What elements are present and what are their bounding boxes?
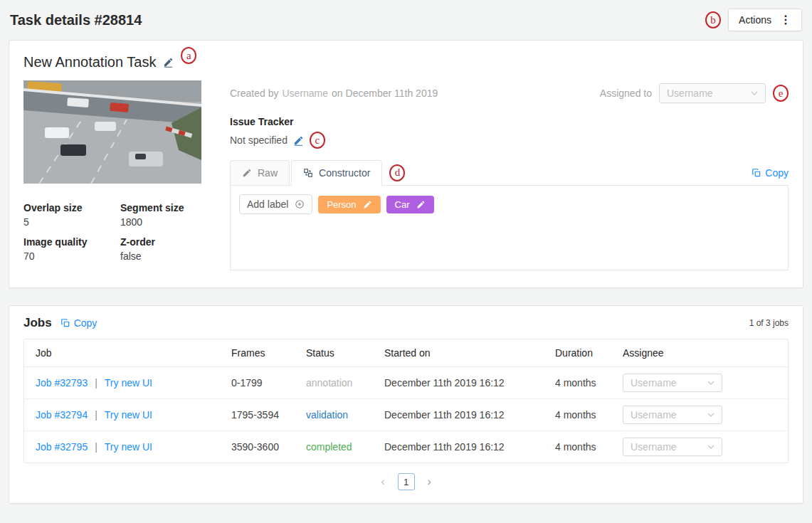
assignee-select[interactable]: Username — [659, 83, 766, 103]
constructor-blocks-icon — [303, 168, 313, 178]
add-label-button[interactable]: Add label — [239, 194, 312, 214]
task-left-column: Overlap size 5 Segment size 1800 Image q… — [23, 80, 201, 270]
jobs-table-header-row: Job Frames Status Started on Duration As… — [24, 339, 788, 367]
created-by-prefix: Created by — [230, 88, 278, 99]
separator: | — [95, 409, 97, 421]
task-body: Overlap size 5 Segment size 1800 Image q… — [23, 80, 789, 270]
assignee-placeholder: Username — [631, 377, 677, 389]
label-tag-car[interactable]: Car — [386, 196, 434, 213]
add-label-text: Add label — [247, 199, 288, 210]
param-value: 5 — [23, 216, 120, 228]
task-right-column: Created by Username on December 11th 201… — [230, 80, 789, 270]
more-vertical-icon: ⋮ — [780, 14, 791, 26]
job-link[interactable]: Job #32794 — [36, 409, 88, 421]
task-meta-row: Created by Username on December 11th 201… — [230, 83, 789, 103]
edit-task-name-icon[interactable] — [163, 57, 174, 68]
chevron-down-icon — [751, 91, 758, 95]
param-label: Z-order — [120, 236, 201, 248]
chevron-down-icon — [707, 413, 715, 417]
task-details-card: New Annotation Task a — [9, 40, 803, 288]
param-label: Overlap size — [23, 202, 120, 213]
pagination-page-1[interactable]: 1 — [398, 473, 415, 490]
assigned-to-area: Assigned to Username e — [600, 83, 789, 103]
pagination-prev[interactable]: ‹ — [376, 475, 389, 488]
task-name: New Annotation Task — [23, 54, 156, 70]
labels-tabs-area: Raw Constructor d Copy Add la — [230, 160, 789, 270]
job-frames: 1795-3594 — [220, 399, 295, 431]
created-by-text: Created by Username on December 11th 201… — [230, 88, 438, 99]
table-row: Job #32793 | Try new UI 0-1799 annotatio… — [24, 367, 788, 399]
issue-tracker-block: Issue Tracker Not specified c — [230, 116, 789, 149]
job-frames: 3590-3600 — [220, 431, 295, 463]
label-tag-person-name: Person — [327, 199, 356, 210]
label-tag-car-name: Car — [395, 199, 410, 210]
assignee-placeholder: Username — [667, 88, 713, 99]
edit-label-icon[interactable] — [363, 200, 372, 209]
tab-constructor[interactable]: Constructor — [291, 160, 382, 186]
param-segment-size: Segment size 1800 — [120, 202, 201, 228]
param-value: 70 — [23, 250, 120, 262]
job-duration: 4 months — [544, 367, 611, 399]
job-link[interactable]: Job #32793 — [36, 377, 88, 389]
edit-issue-tracker-icon[interactable] — [293, 135, 304, 146]
copy-icon — [60, 318, 70, 328]
column-header-started-on: Started on — [373, 339, 544, 367]
assignee-placeholder: Username — [631, 409, 677, 421]
callout-d: d — [389, 164, 405, 181]
job-status: annotation — [306, 377, 352, 389]
task-preview-image — [23, 80, 201, 184]
tab-raw[interactable]: Raw — [230, 160, 290, 186]
param-image-quality: Image quality 70 — [23, 236, 120, 262]
try-new-ui-link[interactable]: Try new UI — [105, 377, 152, 389]
edit-label-icon[interactable] — [416, 200, 426, 209]
param-value: false — [120, 250, 201, 262]
table-row: Job #32794 | Try new UI 1795-3594 valida… — [24, 399, 788, 431]
job-assignee-select[interactable]: Username — [623, 438, 722, 456]
copy-labels-label: Copy — [765, 167, 789, 179]
label-tag-person[interactable]: Person — [318, 196, 380, 213]
jobs-title: Jobs — [23, 316, 52, 330]
copy-jobs-link[interactable]: Copy — [60, 317, 97, 329]
created-by-suffix: on December 11th 2019 — [332, 88, 438, 99]
assigned-to-label: Assigned to — [600, 88, 652, 99]
actions-area: b Actions ⋮ — [705, 9, 802, 31]
tab-constructor-label: Constructor — [319, 167, 370, 179]
job-frames: 0-1799 — [220, 367, 295, 399]
table-row: Job #32795 | Try new UI 3590-3600 comple… — [24, 431, 788, 463]
callout-c: c — [310, 132, 325, 149]
callout-b: b — [705, 11, 721, 28]
pagination: ‹ 1 › — [23, 473, 789, 490]
assignee-placeholder: Username — [631, 441, 677, 453]
jobs-card: Jobs Copy 1 of 3 jobs Job Frames Status … — [9, 305, 803, 504]
column-header-job: Job — [24, 339, 220, 367]
actions-button-label: Actions — [739, 14, 771, 26]
label-constructor-row: Add label Person Car — [239, 194, 779, 214]
actions-button[interactable]: Actions ⋮ — [728, 9, 802, 31]
pagination-next[interactable]: › — [423, 475, 436, 488]
label-constructor-panel: Add label Person Car — [230, 185, 789, 270]
job-assignee-select[interactable]: Username — [623, 374, 722, 392]
column-header-status: Status — [295, 339, 373, 367]
issue-tracker-value-row: Not specified c — [230, 132, 789, 149]
jobs-count: 1 of 3 jobs — [749, 318, 789, 328]
separator: | — [95, 441, 97, 453]
param-z-order: Z-order false — [120, 236, 201, 262]
copy-labels-link[interactable]: Copy — [752, 167, 789, 179]
callout-e: e — [773, 85, 789, 102]
param-value: 1800 — [120, 216, 201, 228]
column-header-assignee: Assignee — [611, 339, 788, 367]
job-duration: 4 months — [544, 431, 611, 463]
chevron-down-icon — [707, 381, 715, 385]
column-header-frames: Frames — [220, 339, 295, 367]
param-label: Segment size — [120, 202, 201, 213]
try-new-ui-link[interactable]: Try new UI — [105, 409, 152, 421]
job-started-on: December 11th 2019 16:12 — [373, 367, 544, 399]
task-parameters: Overlap size 5 Segment size 1800 Image q… — [23, 202, 201, 262]
page-header: Task details #28814 b Actions ⋮ — [0, 0, 812, 40]
job-link[interactable]: Job #32795 — [36, 441, 88, 453]
job-assignee-select[interactable]: Username — [623, 406, 722, 424]
job-duration: 4 months — [544, 399, 611, 431]
try-new-ui-link[interactable]: Try new UI — [105, 441, 152, 453]
plus-circle-icon — [295, 199, 305, 209]
jobs-table: Job Frames Status Started on Duration As… — [23, 339, 789, 463]
